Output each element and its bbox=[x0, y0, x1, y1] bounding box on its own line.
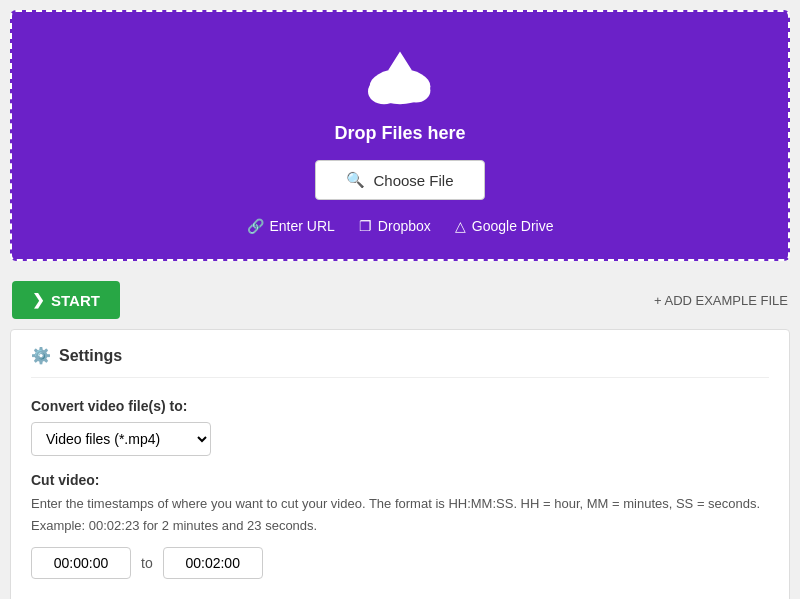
format-select[interactable]: Video files (*.mp4) Video files (*.avi) … bbox=[31, 422, 211, 456]
external-links-row: 🔗 Enter URL ❐ Dropbox △ Google Drive bbox=[247, 218, 554, 234]
dropbox-icon: ❐ bbox=[359, 218, 372, 234]
cut-video-group: Cut video: Enter the timestamps of where… bbox=[31, 472, 769, 579]
time-from-input[interactable] bbox=[31, 547, 131, 579]
google-drive-link[interactable]: △ Google Drive bbox=[455, 218, 554, 234]
svg-point-1 bbox=[368, 79, 400, 105]
upload-cloud-icon bbox=[360, 42, 440, 115]
chevron-right-icon: ❯ bbox=[32, 291, 45, 309]
convert-label: Convert video file(s) to: bbox=[31, 398, 769, 414]
cut-video-label: Cut video: bbox=[31, 472, 769, 488]
google-drive-icon: △ bbox=[455, 218, 466, 234]
cut-video-desc: Enter the timestamps of where you want t… bbox=[31, 494, 769, 514]
choose-file-button[interactable]: 🔍 Choose File bbox=[315, 160, 484, 200]
add-example-link[interactable]: + ADD EXAMPLE FILE bbox=[654, 293, 788, 308]
cut-video-example: Example: 00:02:23 for 2 minutes and 23 s… bbox=[31, 518, 769, 533]
drop-zone[interactable]: Drop Files here 🔍 Choose File 🔗 Enter UR… bbox=[10, 10, 790, 261]
time-to-input[interactable] bbox=[163, 547, 263, 579]
svg-point-2 bbox=[402, 79, 431, 103]
to-label: to bbox=[141, 555, 153, 571]
link-icon: 🔗 bbox=[247, 218, 264, 234]
drop-text: Drop Files here bbox=[334, 123, 465, 144]
dropbox-link[interactable]: ❐ Dropbox bbox=[359, 218, 431, 234]
top-toolbar: ❯ START + ADD EXAMPLE FILE bbox=[0, 271, 800, 329]
enter-url-link[interactable]: 🔗 Enter URL bbox=[247, 218, 335, 234]
time-inputs-row: to bbox=[31, 547, 769, 579]
convert-format-group: Convert video file(s) to: Video files (*… bbox=[31, 398, 769, 456]
settings-header: ⚙️ Settings bbox=[31, 346, 769, 378]
settings-panel: ⚙️ Settings Convert video file(s) to: Vi… bbox=[10, 329, 790, 599]
gear-icon: ⚙️ bbox=[31, 346, 51, 365]
search-icon: 🔍 bbox=[346, 171, 365, 189]
start-button[interactable]: ❯ START bbox=[12, 281, 120, 319]
